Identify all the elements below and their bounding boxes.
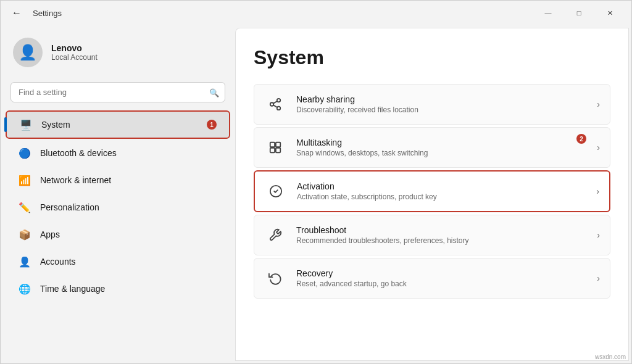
active-indicator — [4, 117, 7, 132]
nearby-sharing-chevron: › — [597, 99, 600, 109]
user-info: Lenovo Local Account — [51, 43, 98, 62]
nearby-sharing-text: Nearby sharing Discoverability, received… — [296, 94, 591, 114]
user-section: 👤 Lenovo Local Account — [1, 25, 235, 77]
user-type: Local Account — [51, 53, 98, 62]
maximize-button[interactable]: □ — [565, 3, 593, 23]
bluetooth-label: Bluetooth & devices — [40, 148, 117, 158]
svg-rect-8 — [276, 148, 280, 152]
troubleshoot-text: Troubleshoot Recommended troubleshooters… — [296, 225, 591, 245]
right-panel: System Nearby sharing Discoverability, r… — [235, 28, 629, 361]
sidebar-item-network[interactable]: 📶 Network & internet — [6, 167, 230, 193]
setting-troubleshoot[interactable]: Troubleshoot Recommended troubleshooters… — [254, 215, 610, 255]
troubleshoot-chevron: › — [597, 230, 600, 240]
window-controls: — □ ✕ — [534, 3, 624, 23]
troubleshoot-desc: Recommended troubleshooters, preferences… — [296, 236, 591, 245]
main-content: 👤 Lenovo Local Account 🔍 🖥️ System 1 🔵 — [1, 25, 631, 363]
activation-text: Activation Activation state, subscriptio… — [297, 181, 590, 201]
title-bar-left: ← Settings — [8, 4, 534, 22]
apps-icon: 📦 — [18, 228, 31, 241]
setting-recovery[interactable]: Recovery Reset, advanced startup, go bac… — [254, 258, 610, 299]
recovery-desc: Reset, advanced startup, go back — [296, 279, 591, 288]
svg-rect-5 — [270, 143, 275, 147]
setting-activation[interactable]: Activation Activation state, subscriptio… — [254, 170, 610, 212]
bluetooth-icon: 🔵 — [18, 146, 31, 160]
badge-2: 2 — [576, 134, 586, 144]
svg-line-3 — [273, 105, 277, 107]
badge-1: 1 — [207, 120, 217, 130]
svg-rect-7 — [270, 148, 275, 152]
page-title: System — [254, 46, 610, 69]
nearby-sharing-icon — [264, 93, 286, 115]
setting-multitasking[interactable]: Multitasking Snap windows, desktops, tas… — [254, 127, 610, 168]
activation-name: Activation — [297, 181, 590, 191]
multitasking-text: Multitasking Snap windows, desktops, tas… — [296, 138, 591, 157]
multitasking-name: Multitasking — [296, 138, 591, 147]
close-button[interactable]: ✕ — [596, 3, 624, 23]
app-title: Settings — [33, 9, 62, 18]
system-icon: 🖥️ — [19, 118, 33, 131]
sidebar-item-system[interactable]: 🖥️ System 1 — [6, 110, 230, 139]
user-name: Lenovo — [51, 43, 98, 53]
system-label: System — [41, 120, 70, 130]
network-icon: 📶 — [18, 173, 31, 187]
avatar: 👤 — [13, 38, 43, 67]
sidebar: 👤 Lenovo Local Account 🔍 🖥️ System 1 🔵 — [1, 25, 235, 363]
nearby-sharing-name: Nearby sharing — [296, 94, 591, 104]
svg-rect-6 — [276, 143, 280, 147]
recovery-chevron: › — [597, 273, 600, 283]
watermark: wsxdn.com — [595, 354, 626, 360]
personalization-icon: ✏️ — [18, 201, 31, 214]
time-icon: 🌐 — [18, 282, 31, 296]
minimize-button[interactable]: — — [534, 3, 562, 23]
search-input[interactable] — [10, 82, 225, 102]
search-box: 🔍 — [10, 82, 225, 102]
multitasking-chevron: › — [597, 143, 600, 152]
personalization-label: Personalization — [40, 202, 99, 212]
recovery-icon — [264, 267, 286, 289]
back-button[interactable]: ← — [8, 4, 25, 22]
troubleshoot-icon — [264, 224, 286, 246]
activation-icon — [265, 180, 287, 202]
multitasking-icon — [264, 136, 286, 159]
activation-desc: Activation state, subscriptions, product… — [297, 192, 590, 201]
settings-window: ← Settings — □ ✕ 👤 Lenovo Local Account … — [0, 0, 632, 364]
svg-line-4 — [273, 101, 277, 104]
sidebar-item-personalization[interactable]: ✏️ Personalization — [6, 194, 230, 220]
activation-chevron: › — [596, 186, 599, 196]
troubleshoot-name: Troubleshoot — [296, 225, 591, 235]
accounts-label: Accounts — [40, 257, 76, 267]
settings-list: Nearby sharing Discoverability, received… — [254, 84, 610, 299]
search-icon: 🔍 — [209, 88, 219, 97]
recovery-name: Recovery — [296, 268, 591, 278]
network-label: Network & internet — [40, 175, 111, 185]
sidebar-item-apps[interactable]: 📦 Apps — [6, 221, 230, 247]
apps-label: Apps — [40, 230, 60, 239]
recovery-text: Recovery Reset, advanced startup, go bac… — [296, 268, 591, 288]
sidebar-item-bluetooth[interactable]: 🔵 Bluetooth & devices — [6, 140, 230, 166]
accounts-icon: 👤 — [18, 255, 31, 268]
time-label: Time & language — [40, 284, 105, 294]
setting-nearby-sharing[interactable]: Nearby sharing Discoverability, received… — [254, 84, 610, 125]
title-bar: ← Settings — □ ✕ — [1, 1, 631, 25]
sidebar-item-time[interactable]: 🌐 Time & language — [6, 276, 230, 302]
nearby-sharing-desc: Discoverability, received files location — [296, 105, 591, 114]
multitasking-desc: Snap windows, desktops, task switching — [296, 149, 591, 157]
sidebar-item-accounts[interactable]: 👤 Accounts — [6, 249, 230, 275]
